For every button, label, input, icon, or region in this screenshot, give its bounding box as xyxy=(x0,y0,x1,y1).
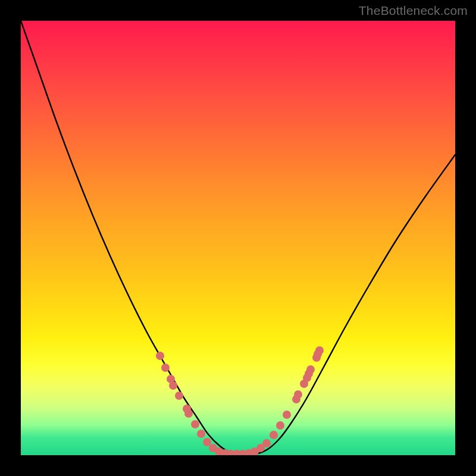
data-dot xyxy=(191,420,199,428)
watermark-text: TheBottleneck.com xyxy=(359,4,468,18)
data-dot xyxy=(184,409,193,418)
data-dot xyxy=(169,381,177,390)
data-dot xyxy=(262,439,271,447)
data-dot xyxy=(197,430,205,438)
chart-frame: TheBottleneck.com xyxy=(0,0,476,476)
data-dot xyxy=(294,390,302,399)
data-dot xyxy=(283,411,291,419)
data-dot xyxy=(203,438,211,446)
data-dot xyxy=(276,421,284,430)
plot-area xyxy=(21,21,455,455)
data-dot xyxy=(306,365,315,374)
data-dots xyxy=(156,346,324,455)
data-dot xyxy=(175,392,183,400)
data-dot xyxy=(161,364,170,372)
data-dot xyxy=(156,352,164,360)
data-dot xyxy=(315,346,324,355)
data-dot xyxy=(270,431,278,439)
bottleneck-curve xyxy=(21,21,455,455)
curve-svg xyxy=(21,21,455,455)
